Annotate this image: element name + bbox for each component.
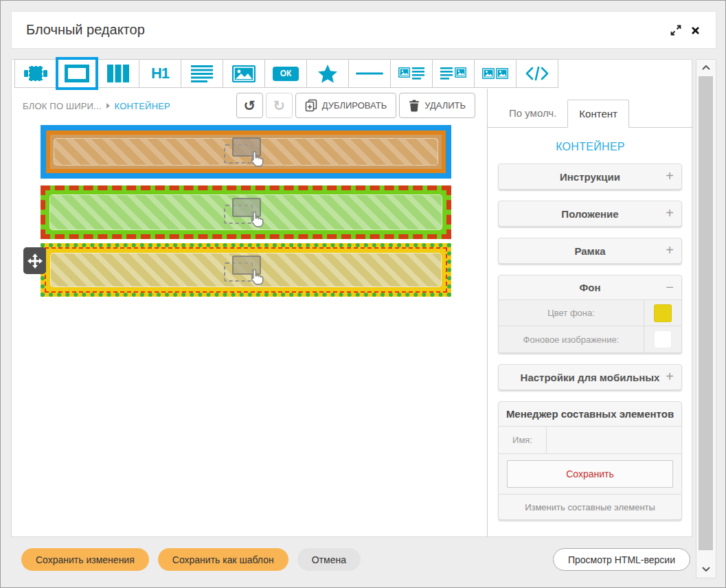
plus-icon: +	[666, 168, 674, 184]
container-icon[interactable]	[56, 57, 98, 90]
two-images-icon[interactable]	[474, 59, 517, 88]
panel-heading: КОНТЕЙНЕР	[488, 141, 693, 153]
columns-icon[interactable]	[97, 59, 139, 88]
plus-icon: +	[666, 205, 674, 221]
undo-icon: ↺	[243, 98, 256, 114]
section-position[interactable]: Положение +	[498, 201, 682, 227]
panel-body: Инструкции + Положение + Рамка +	[488, 163, 693, 520]
composite-manager: Менеджер составных элементов Имя: Сохран…	[498, 401, 682, 520]
tab-content[interactable]: Контент	[567, 100, 629, 128]
star-icon[interactable]	[306, 59, 349, 88]
duplicate-icon	[305, 99, 317, 112]
footer-actions: Сохранить изменения Сохранить как шаблон…	[21, 548, 361, 571]
button-icon[interactable]: ОК	[264, 59, 307, 88]
trash-icon	[409, 100, 420, 112]
image-text-icon[interactable]	[390, 59, 433, 88]
redo-icon: ↻	[273, 98, 285, 114]
ok-label: ОК	[273, 67, 299, 81]
background-color-row: Цвет фона:	[499, 300, 681, 326]
drag-drop-icon	[223, 252, 269, 286]
editor-header: БЛОК ПО ШИРИ... КОНТЕЙНЕР ↺ ↻ ДУБ	[12, 89, 487, 123]
delete-button[interactable]: УДАЛИТЬ	[399, 93, 475, 118]
preview-html-button[interactable]: Просмотр HTML-версии	[553, 548, 690, 571]
editor-main: H1 ОК	[11, 59, 692, 537]
cancel-button[interactable]: Отмена	[297, 548, 361, 571]
duplicate-label: ДУБЛИРОВАТЬ	[322, 100, 387, 111]
save-composite-button[interactable]: Сохранить	[507, 460, 673, 488]
section-instructions[interactable]: Инструкции +	[498, 163, 682, 190]
settings-panel: По умолч. Контент КОНТЕЙНЕР Инструкции +…	[488, 89, 693, 536]
tab-content-label: Контент	[579, 108, 617, 120]
plus-icon: +	[666, 369, 674, 385]
code-icon[interactable]	[516, 59, 558, 88]
edit-actions: ↺ ↻ ДУБЛИРОВАТЬ УДАЛ	[236, 93, 475, 118]
block-toolbar: H1 ОК	[15, 59, 558, 90]
delete-label: УДАЛИТЬ	[424, 100, 466, 111]
tab-default-label: По умолч.	[509, 107, 556, 119]
close-icon[interactable]	[688, 23, 702, 37]
edit-composites-label: Изменить составные элементы	[525, 502, 655, 512]
vertical-scrollbar	[696, 59, 716, 578]
section-background-header[interactable]: Фон −	[499, 275, 681, 300]
expand-icon[interactable]	[669, 23, 683, 37]
image-icon[interactable]	[223, 59, 265, 88]
section-background: Фон − Цвет фона: Фоновое изображение:	[498, 275, 682, 353]
section-background-label: Фон	[579, 282, 600, 293]
save-composite-label: Сохранить	[566, 468, 614, 479]
move-handle[interactable]	[23, 247, 46, 274]
name-input[interactable]	[547, 427, 681, 453]
minus-icon: −	[666, 280, 674, 295]
chevron-down-icon	[702, 567, 710, 572]
background-color-swatch[interactable]	[654, 304, 672, 322]
tab-default[interactable]: По умолч.	[498, 99, 567, 127]
save-as-template-button[interactable]: Сохранить как шаблон	[158, 548, 288, 571]
breadcrumb-parent[interactable]: БЛОК ПО ШИРИ...	[23, 101, 102, 111]
container-block-3[interactable]	[41, 243, 451, 297]
h1-label: H1	[151, 65, 169, 82]
titlebar: Блочный редактор	[11, 11, 716, 49]
section-mobile-settings[interactable]: Настройки для мобильных +	[498, 364, 682, 390]
drag-drop-icon	[223, 194, 269, 229]
redo-button[interactable]: ↻	[266, 93, 293, 118]
breadcrumb: БЛОК ПО ШИРИ... КОНТЕЙНЕР	[23, 89, 170, 123]
name-label: Имя:	[499, 427, 547, 453]
background-image-swatch[interactable]	[654, 330, 672, 348]
background-color-label: Цвет фона:	[499, 300, 644, 326]
scrollbar-thumb[interactable]	[699, 76, 713, 550]
canvas	[41, 125, 451, 297]
section-border[interactable]: Рамка +	[498, 238, 682, 264]
breadcrumb-separator-icon	[106, 103, 110, 109]
move-icon	[27, 253, 43, 269]
edit-composites-button[interactable]: Изменить составные элементы	[499, 495, 681, 519]
block-icon[interactable]	[14, 59, 57, 88]
container-block-1[interactable]	[41, 125, 451, 179]
heading-icon[interactable]: H1	[139, 59, 181, 88]
scroll-up-button[interactable]	[696, 60, 716, 75]
page-title: Блочный редактор	[26, 12, 145, 48]
section-position-label: Положение	[561, 208, 618, 220]
section-border-label: Рамка	[574, 245, 605, 257]
duplicate-button[interactable]: ДУБЛИРОВАТЬ	[295, 93, 396, 118]
panel-tabs: По умолч. Контент	[488, 100, 693, 128]
container-block-2[interactable]	[41, 185, 451, 239]
plus-icon: +	[666, 242, 674, 258]
block-editor-window: Блочный редактор	[0, 0, 726, 588]
text-image-icon[interactable]	[432, 59, 475, 88]
composite-manager-title: Менеджер составных элементов	[499, 402, 681, 427]
text-icon[interactable]	[181, 59, 223, 88]
breadcrumb-current[interactable]: КОНТЕЙНЕР	[115, 101, 170, 111]
section-instructions-label: Инструкции	[560, 171, 620, 183]
save-changes-button[interactable]: Сохранить изменения	[21, 548, 149, 571]
section-mobile-settings-label: Настройки для мобильных	[521, 372, 660, 383]
divider-icon[interactable]	[348, 59, 391, 88]
background-image-row: Фоновое изображение:	[499, 326, 681, 352]
drag-drop-icon	[223, 134, 269, 168]
undo-button[interactable]: ↺	[236, 93, 263, 118]
background-image-label: Фоновое изображение:	[499, 326, 644, 352]
name-row: Имя:	[499, 427, 681, 454]
scroll-down-button[interactable]	[696, 562, 716, 576]
chevron-up-icon	[702, 65, 710, 70]
